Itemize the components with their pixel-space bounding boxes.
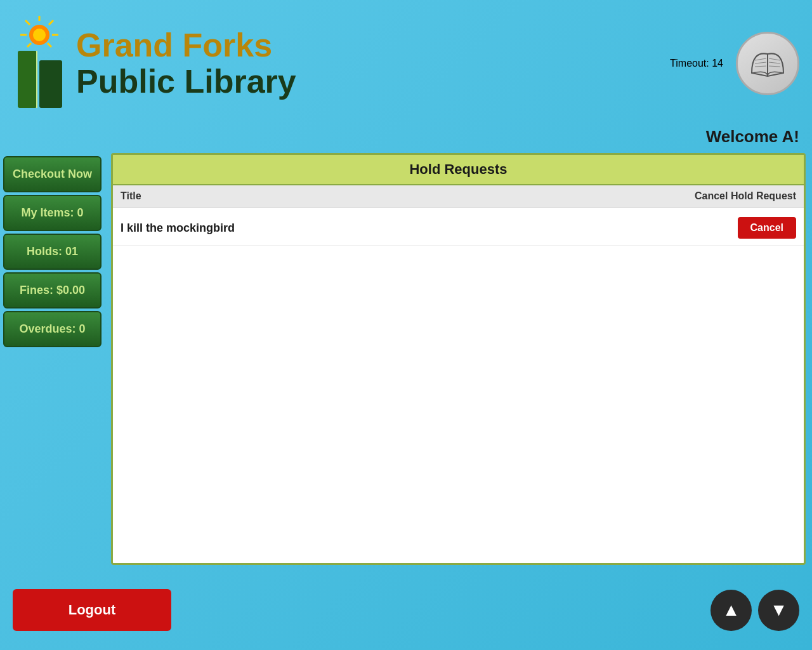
- header-right: Timeout: 14: [670, 32, 799, 95]
- library-name: Grand Forks Public Library: [76, 27, 296, 100]
- title-column-header: Title: [121, 190, 141, 202]
- svg-line-6: [48, 43, 51, 47]
- svg-line-12: [755, 58, 766, 60]
- scroll-down-icon: ▼: [770, 600, 788, 620]
- logo-area: Grand Forks Public Library: [13, 16, 296, 111]
- timeout-display: Timeout: 14: [670, 58, 723, 69]
- hold-item-title: I kill the mockingbird: [121, 222, 235, 235]
- hold-requests-content: I kill the mockingbird Cancel: [113, 208, 804, 563]
- hold-requests-panel: Hold Requests Title Cancel Hold Request …: [111, 153, 806, 565]
- scroll-down-button[interactable]: ▼: [758, 590, 799, 631]
- hold-item-row: I kill the mockingbird Cancel: [113, 211, 804, 246]
- welcome-message: Welcome A!: [0, 127, 812, 153]
- my-items-button[interactable]: My Items: 0: [3, 195, 102, 231]
- svg-rect-9: [18, 51, 37, 108]
- main-layout: Checkout Now My Items: 0 Holds: 01 Fines…: [0, 153, 812, 644]
- header: Grand Forks Public Library Timeout: 14: [0, 0, 812, 127]
- cancel-hold-button[interactable]: Cancel: [738, 217, 796, 239]
- svg-line-3: [25, 20, 30, 25]
- checkout-now-button[interactable]: Checkout Now: [3, 156, 102, 192]
- scroll-up-icon: ▲: [723, 600, 740, 620]
- svg-line-15: [769, 58, 780, 60]
- book-icon: [736, 32, 799, 95]
- svg-rect-10: [39, 60, 62, 108]
- svg-line-13: [755, 62, 766, 63]
- fines-button[interactable]: Fines: $0.00: [3, 272, 102, 308]
- svg-line-1: [49, 20, 53, 25]
- cancel-column-header: Cancel Hold Request: [695, 190, 796, 202]
- svg-line-14: [755, 66, 766, 67]
- logout-button[interactable]: Logout: [13, 589, 171, 631]
- library-name-line2: Public Library: [76, 63, 296, 100]
- overdues-button[interactable]: Overdues: 0: [3, 311, 102, 347]
- hold-requests-header: Title Cancel Hold Request: [113, 185, 804, 208]
- hold-requests-title: Hold Requests: [113, 155, 804, 185]
- navigation-buttons: ▲ ▼: [710, 590, 799, 631]
- svg-line-5: [27, 43, 31, 47]
- content-panel: Hold Requests Title Cancel Hold Request …: [111, 153, 806, 644]
- bottom-bar: Logout ▲ ▼: [0, 589, 812, 631]
- svg-line-16: [769, 62, 780, 63]
- library-name-line1: Grand Forks: [76, 27, 296, 63]
- holds-button[interactable]: Holds: 01: [3, 234, 102, 270]
- sidebar: Checkout Now My Items: 0 Holds: 01 Fines…: [0, 153, 105, 644]
- svg-point-8: [33, 29, 46, 41]
- scroll-up-button[interactable]: ▲: [710, 590, 752, 631]
- svg-line-17: [769, 66, 780, 67]
- library-logo-icon: [13, 16, 67, 111]
